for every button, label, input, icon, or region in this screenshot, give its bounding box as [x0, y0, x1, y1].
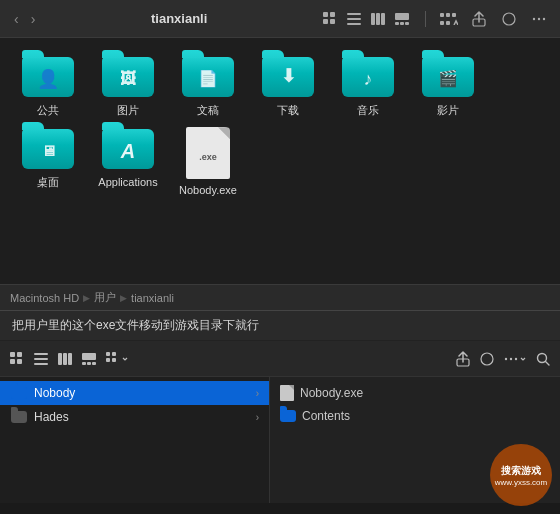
folder-contents-icon: [280, 410, 296, 422]
back-button[interactable]: ‹: [10, 9, 23, 29]
folder-zhuomian-label: 桌面: [34, 175, 62, 190]
finder-statusbar: Macintosh HD ▶ 用户 ▶ tianxianli: [0, 284, 560, 310]
file-nobody-exe-label: Nobody.exe: [176, 183, 240, 198]
chevron-icon: ›: [256, 388, 259, 399]
more-options-icon[interactable]: [528, 8, 550, 30]
file-browser: Nobody › Hades › Nobody.exe: [0, 377, 560, 503]
folder-hades-row[interactable]: Hades ›: [0, 405, 269, 429]
forward-button[interactable]: ›: [27, 9, 40, 29]
bottom-share-icon[interactable]: [456, 351, 470, 367]
bottom-toolbar: [0, 341, 560, 377]
folder-contents-row[interactable]: Contents: [270, 405, 560, 427]
svg-rect-24: [10, 352, 15, 357]
gallery-view-icon[interactable]: [391, 8, 413, 30]
bottom-more-view-icon[interactable]: [106, 352, 128, 366]
folder-hades-icon: [10, 410, 28, 424]
svg-rect-25: [17, 352, 22, 357]
folder-yingpian[interactable]: 🎬 影片: [412, 54, 484, 118]
bottom-options-icon[interactable]: [504, 352, 526, 366]
file-nobody-exe-row[interactable]: Nobody.exe: [270, 381, 560, 405]
svg-point-20: [503, 13, 515, 25]
folder-xiazai-label: 下载: [274, 103, 302, 118]
folder-grid: 👤 公共 🖼 图片 📄: [0, 38, 560, 284]
svg-point-45: [510, 357, 512, 359]
bottom-gallery-icon[interactable]: [82, 353, 96, 365]
file-nobody-exe[interactable]: .exe Nobody.exe: [172, 126, 244, 198]
doc-icon: [280, 385, 294, 401]
svg-point-21: [533, 17, 535, 19]
window-title: tianxianli: [47, 11, 311, 26]
hades-chevron-icon: ›: [256, 412, 259, 423]
svg-rect-32: [63, 353, 67, 365]
bottom-tag-icon[interactable]: [480, 352, 494, 366]
folder-yingpian-label: 影片: [434, 103, 462, 118]
svg-rect-27: [17, 359, 22, 364]
folder-tupian-label: 图片: [114, 103, 142, 118]
folder-wendan[interactable]: 📄 文稿: [172, 54, 244, 118]
folder-applications[interactable]: A Applications: [92, 126, 164, 198]
svg-rect-35: [82, 362, 86, 365]
group-icon[interactable]: [438, 8, 460, 30]
svg-rect-1: [330, 12, 335, 17]
svg-rect-4: [347, 13, 361, 15]
column-view-icon[interactable]: [367, 8, 389, 30]
finder-window: ‹ › tianxianli: [0, 0, 560, 310]
svg-rect-14: [440, 13, 444, 17]
svg-rect-37: [92, 362, 96, 365]
watermark: 搜索游戏 www.yxss.com: [490, 444, 552, 506]
svg-line-48: [546, 361, 550, 365]
share-icon[interactable]: [468, 8, 490, 30]
svg-rect-2: [323, 19, 328, 24]
folder-gong[interactable]: 👤 公共: [12, 54, 84, 118]
svg-rect-34: [82, 353, 96, 360]
folder-nobody-icon: [10, 386, 28, 400]
svg-rect-12: [400, 22, 404, 25]
svg-point-43: [481, 353, 493, 365]
instruction-text: 把用户里的这个exe文件移动到游戏目录下就行: [12, 318, 259, 332]
folder-tupian[interactable]: 🖼 图片: [92, 54, 164, 118]
svg-rect-33: [68, 353, 72, 365]
view-icons: [319, 8, 413, 30]
svg-rect-6: [347, 23, 361, 25]
svg-rect-8: [376, 13, 380, 25]
folder-nobody-name: Nobody: [34, 386, 259, 400]
svg-rect-36: [87, 362, 91, 365]
svg-rect-26: [10, 359, 15, 364]
svg-rect-41: [112, 358, 116, 362]
folder-contents-name: Contents: [302, 409, 350, 423]
bottom-finder-section: Nobody › Hades › Nobody.exe: [0, 341, 560, 503]
breadcrumb-sep-2: ▶: [120, 293, 127, 303]
file-nobody-exe-name: Nobody.exe: [300, 386, 363, 400]
folder-yinyue[interactable]: ♪ 音乐: [332, 54, 404, 118]
folder-zhuomian[interactable]: 🖥 桌面: [12, 126, 84, 198]
folder-gong-label: 公共: [34, 103, 62, 118]
svg-point-46: [515, 357, 517, 359]
svg-rect-39: [112, 352, 116, 356]
watermark-text: 搜索游戏: [501, 464, 541, 478]
folder-yinyue-label: 音乐: [354, 103, 382, 118]
finder-toolbar: ‹ › tianxianli: [0, 0, 560, 38]
nav-buttons: ‹ ›: [10, 9, 39, 29]
svg-rect-11: [395, 22, 399, 25]
list-view-icon[interactable]: [343, 8, 365, 30]
svg-rect-18: [446, 21, 450, 25]
svg-rect-7: [371, 13, 375, 25]
bottom-search-icon[interactable]: [536, 352, 550, 366]
folder-nobody-row[interactable]: Nobody ›: [0, 381, 269, 405]
tag-icon[interactable]: [498, 8, 520, 30]
svg-rect-0: [323, 12, 328, 17]
folder-xiazai[interactable]: ⬇ 下载: [252, 54, 324, 118]
bottom-list-icon[interactable]: [34, 353, 48, 365]
breadcrumb-macintosh: Macintosh HD: [10, 292, 79, 304]
svg-rect-17: [440, 21, 444, 25]
svg-point-23: [543, 17, 545, 19]
bottom-grid-icon[interactable]: [10, 352, 24, 366]
bottom-column-icon[interactable]: [58, 353, 72, 365]
svg-rect-15: [446, 13, 450, 17]
grid-view-icon[interactable]: [319, 8, 341, 30]
svg-rect-10: [395, 13, 409, 20]
svg-rect-31: [58, 353, 62, 365]
svg-rect-16: [452, 13, 456, 17]
watermark-url: www.yxss.com: [495, 478, 547, 487]
breadcrumb-users: 用户: [94, 290, 116, 305]
